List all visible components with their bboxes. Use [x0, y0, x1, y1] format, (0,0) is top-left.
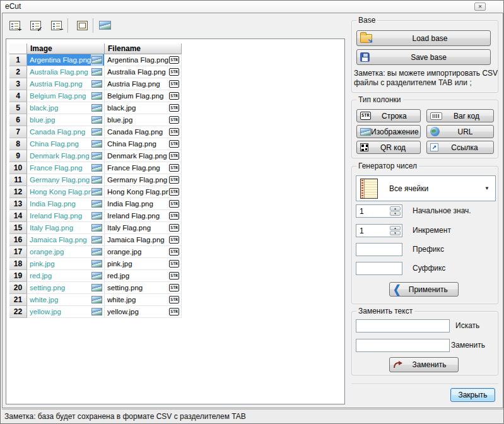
suffix-field[interactable] — [356, 262, 402, 275]
image-cell[interactable]: Ireland Flag.png — [27, 210, 105, 222]
row-number[interactable]: 8 — [9, 138, 27, 150]
save-base-button[interactable]: Save base — [356, 49, 491, 65]
replace-button[interactable]: Заменить — [389, 357, 459, 372]
column-type-str-button[interactable]: STRСтрока — [356, 109, 421, 122]
column-header-image[interactable]: Image — [27, 44, 105, 54]
row-number[interactable]: 3 — [9, 78, 27, 90]
filename-cell[interactable]: Canada Flag.pngSTR — [105, 126, 182, 138]
image-cell[interactable]: yellow.jpg — [27, 306, 105, 318]
filename-cell[interactable]: Belgium Flag.pngSTR — [105, 90, 182, 102]
prefix-label: Префикс — [413, 243, 444, 256]
row-number[interactable]: 12 — [9, 186, 27, 198]
spin-down-icon[interactable]: ▼ — [390, 211, 401, 216]
image-cell[interactable]: France Flag.png — [27, 162, 105, 174]
filename-cell[interactable]: Ireland Flag.pngSTR — [105, 210, 182, 222]
image-cell[interactable]: Italy Flag.png — [27, 222, 105, 234]
filename-cell[interactable]: blue.jpgSTR — [105, 114, 182, 126]
row-number[interactable]: 16 — [9, 234, 27, 246]
row-number[interactable]: 17 — [9, 246, 27, 258]
filename-cell[interactable]: Denmark Flag.pngSTR — [105, 150, 182, 162]
spin-up-icon[interactable]: ▲ — [390, 226, 401, 230]
row-number[interactable]: 2 — [9, 66, 27, 78]
column-header-filename[interactable]: Filename — [105, 44, 182, 54]
search-field[interactable] — [356, 319, 450, 333]
start-value-stepper[interactable]: 1 ▲ ▼ — [356, 204, 402, 218]
image-cell[interactable]: Austria Flag.png — [27, 78, 105, 90]
row-number[interactable]: 19 — [9, 270, 27, 282]
filename-cell[interactable]: yellow.jpgSTR — [105, 306, 182, 318]
row-number[interactable]: 18 — [9, 258, 27, 270]
filename-cell[interactable]: China Flag.pngSTR — [105, 138, 182, 150]
row-number[interactable]: 7 — [9, 126, 27, 138]
apply-button[interactable]: ❮ Применить — [389, 282, 459, 297]
add-row-button[interactable]: + — [7, 18, 22, 33]
image-cell[interactable]: red.jpg — [27, 270, 105, 282]
row-number[interactable]: 11 — [9, 174, 27, 186]
image-cell[interactable]: Hong Kong Flag.png — [27, 186, 105, 198]
row-number[interactable]: 4 — [9, 90, 27, 102]
increment-stepper[interactable]: 1 ▲ ▼ — [356, 224, 402, 237]
filename-cell[interactable]: Jamaica Flag.pngSTR — [105, 234, 182, 246]
image-cell-text: Denmark Flag.png — [30, 152, 90, 160]
row-number[interactable]: 15 — [9, 222, 27, 234]
filename-cell[interactable]: red.jpgSTR — [105, 270, 182, 282]
row-number[interactable]: 22 — [9, 306, 27, 318]
table-row: 15Italy Flag.pngItaly Flag.pngSTR — [9, 222, 182, 234]
image-cell[interactable]: Australia Flag.png — [27, 66, 105, 78]
row-number[interactable]: 9 — [9, 150, 27, 162]
spin-up-icon[interactable]: ▲ — [390, 206, 401, 211]
image-cell[interactable]: Germany Flag.png — [27, 174, 105, 186]
filename-cell[interactable]: Germany Flag.pngSTR — [105, 174, 182, 186]
column-type-qr-button[interactable]: QR код — [356, 141, 421, 154]
cells-scope-dropdown[interactable]: Все ячейки ▼ — [356, 175, 496, 201]
image-cell[interactable]: white.jpg — [27, 294, 105, 306]
window-close-button[interactable]: ✕ — [474, 3, 486, 11]
row-number[interactable]: 21 — [9, 294, 27, 306]
filename-cell[interactable]: India Flag.pngSTR — [105, 198, 182, 210]
image-cell[interactable]: Argentina Flag.png — [27, 54, 105, 66]
image-cell[interactable]: blue.jpg — [27, 114, 105, 126]
filename-cell[interactable]: Hong Kong Flag.pngSTR — [105, 186, 182, 198]
filename-cell[interactable]: white.jpgSTR — [105, 294, 182, 306]
image-cell[interactable]: orange.jpg — [27, 246, 105, 258]
grid-corner-cell[interactable] — [9, 44, 27, 54]
row-number[interactable]: 5 — [9, 102, 27, 114]
image-cell[interactable]: Canada Flag.png — [27, 126, 105, 138]
column-type-image-button[interactable]: Изображение — [356, 125, 421, 138]
filename-cell[interactable]: orange.jpgSTR — [105, 246, 182, 258]
image-cell[interactable]: setting.png — [27, 282, 105, 294]
filename-cell[interactable]: setting.pngSTR — [105, 282, 182, 294]
add-column-button[interactable] — [74, 18, 90, 33]
close-dialog-button[interactable]: Закрыть — [450, 388, 495, 402]
column-type-link-button[interactable]: ➚Ссылка — [426, 141, 494, 154]
spin-down-icon[interactable]: ▼ — [390, 231, 401, 235]
image-cell[interactable]: China Flag.png — [27, 138, 105, 150]
filename-cell[interactable]: black.jpgSTR — [105, 102, 182, 114]
image-cell[interactable]: Jamaica Flag.png — [27, 234, 105, 246]
remove-row-button[interactable]: − — [49, 18, 64, 33]
row-number[interactable]: 14 — [9, 210, 27, 222]
image-cell[interactable]: India Flag.png — [27, 198, 105, 210]
replace-field[interactable] — [356, 339, 450, 352]
filename-cell[interactable]: Austria Flag.pngSTR — [105, 78, 182, 90]
image-cell[interactable]: black.jpg — [27, 102, 105, 114]
filename-cell[interactable]: Australia Flag.pngSTR — [105, 66, 182, 78]
row-number[interactable]: 6 — [9, 114, 27, 126]
check-rows-button[interactable]: ✓ — [28, 18, 43, 33]
row-number[interactable]: 20 — [9, 282, 27, 294]
image-cell[interactable]: Denmark Flag.png — [27, 150, 105, 162]
prefix-field[interactable] — [356, 243, 402, 256]
image-cell[interactable]: Belgium Flag.png — [27, 90, 105, 102]
image-cell[interactable]: pink.jpg — [27, 258, 105, 270]
load-base-button[interactable]: Load base — [356, 30, 491, 46]
column-type-barcode-button[interactable]: Bar код — [426, 109, 494, 122]
column-type-url-button[interactable]: URL — [426, 125, 494, 138]
image-column-button[interactable] — [97, 18, 112, 33]
filename-cell[interactable]: Argentina Flag.pngSTR — [105, 54, 182, 66]
row-number[interactable]: 1 — [9, 54, 27, 66]
filename-cell[interactable]: pink.jpgSTR — [105, 258, 182, 270]
row-number[interactable]: 10 — [9, 162, 27, 174]
row-number[interactable]: 13 — [9, 198, 27, 210]
filename-cell[interactable]: France Flag.pngSTR — [105, 162, 182, 174]
filename-cell[interactable]: Italy Flag.pngSTR — [105, 222, 182, 234]
